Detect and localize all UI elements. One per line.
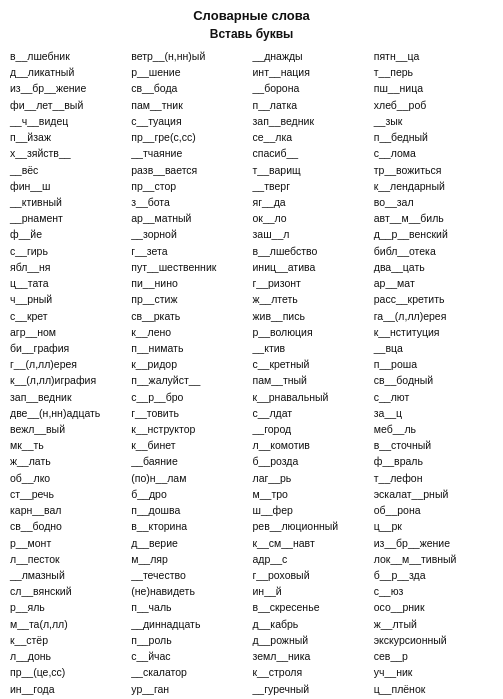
list-item: с__йчас <box>131 649 250 664</box>
list-item: пам__тный <box>253 373 372 388</box>
list-item: м__та(л,лл) <box>10 617 129 632</box>
list-item: ветр__(н,нн)ый <box>131 49 250 64</box>
list-item: в__сточный <box>374 438 493 453</box>
list-item: п__латка <box>253 98 372 113</box>
list-item: ж__лтый <box>374 617 493 632</box>
list-item: рев__люционный <box>253 519 372 534</box>
list-item: д__ликатный <box>10 65 129 80</box>
list-item: п__роша <box>374 357 493 372</box>
list-item: к__лено <box>131 325 250 340</box>
list-item: п__йзаж <box>10 130 129 145</box>
list-item: жив__пись <box>253 309 372 324</box>
list-item: г__роховый <box>253 568 372 583</box>
list-item: __лмазный <box>10 568 129 583</box>
list-item: би__графия <box>10 341 129 356</box>
list-item: __ктив <box>253 341 372 356</box>
list-item: __диннадцать <box>131 617 250 632</box>
list-item: эскалат__рный <box>374 487 493 502</box>
list-item: п__жалуйст__ <box>131 373 250 388</box>
list-item: св__бодно <box>10 519 129 534</box>
list-item: пятн__ца <box>374 49 493 64</box>
list-item: п__нимать <box>131 341 250 356</box>
list-item: уч__ник <box>374 665 493 680</box>
list-item: с__кретный <box>253 357 372 372</box>
list-item: с__крет <box>10 309 129 324</box>
list-item: (не)навидеть <box>131 584 250 599</box>
list-item: пам__тник <box>131 98 250 113</box>
list-item: за__ц <box>374 406 493 421</box>
list-item: вежл__вый <box>10 422 129 437</box>
list-item: __борона <box>253 81 372 96</box>
list-item: карн__вал <box>10 503 129 518</box>
list-item: п__бедный <box>374 130 493 145</box>
list-item: с__р__бро <box>131 390 250 405</box>
list-item: р__монт <box>10 536 129 551</box>
list-item: в__кторина <box>131 519 250 534</box>
list-item: л__песток <box>10 552 129 567</box>
list-item: с__лют <box>374 390 493 405</box>
list-item: зап__ведник <box>10 390 129 405</box>
list-item: __тверг <box>253 179 372 194</box>
list-item: зап__ведник <box>253 114 372 129</box>
list-item: т__перь <box>374 65 493 80</box>
list-item: в__скресенье <box>253 600 372 615</box>
list-item: ок__ло <box>253 211 372 226</box>
list-item: адр__с <box>253 552 372 567</box>
list-item: ин__й <box>253 584 372 599</box>
column-4: пятн__цат__перьпш__ницахлеб__роб__зыкп__… <box>374 49 493 699</box>
list-item: х__зяйств__ <box>10 146 129 161</box>
list-item: спасиб__ <box>253 146 372 161</box>
list-item: р__яль <box>10 600 129 615</box>
list-item: разв__вается <box>131 163 250 178</box>
list-item: яг__да <box>253 195 372 210</box>
list-item: к__лендарный <box>374 179 493 194</box>
list-item: с__лома <box>374 146 493 161</box>
list-item: д__р__венский <box>374 227 493 242</box>
list-item: в__лшебство <box>253 244 372 259</box>
list-item: г__зета <box>131 244 250 259</box>
list-item: м__ляр <box>131 552 250 567</box>
list-item: __скалатор <box>131 665 250 680</box>
list-item: сл__вянский <box>10 584 129 599</box>
page-container: Словарные слова Вставь буквы в__лшебникд… <box>0 0 503 699</box>
list-item: св__бодный <box>374 373 493 388</box>
list-item: с__лдат <box>253 406 372 421</box>
list-item: ч__рный <box>10 292 129 307</box>
list-item: ц__рк <box>374 519 493 534</box>
list-item: з__бота <box>131 195 250 210</box>
list-item: __ч__видец <box>10 114 129 129</box>
list-item: тр__вожиться <box>374 163 493 178</box>
list-item: р__шение <box>131 65 250 80</box>
list-item: с__юз <box>374 584 493 599</box>
list-item: к__строля <box>253 665 372 680</box>
list-item: пр__(це,сс) <box>10 665 129 680</box>
list-item: п__дошва <box>131 503 250 518</box>
list-item: ар__мат <box>374 276 493 291</box>
list-item: (по)н__лам <box>131 471 250 486</box>
list-item: к__рнавальный <box>253 390 372 405</box>
list-item: ф__йе <box>10 227 129 242</box>
list-item: __зорной <box>131 227 250 242</box>
list-item: пи__нино <box>131 276 250 291</box>
list-item: п__чаль <box>131 600 250 615</box>
list-item: из__бр__жение <box>374 536 493 551</box>
list-item: об__лко <box>10 471 129 486</box>
list-item: с__туация <box>131 114 250 129</box>
list-item: б__дро <box>131 487 250 502</box>
list-item: фин__ш <box>10 179 129 194</box>
list-item: заш__л <box>253 227 372 242</box>
list-item: ж__лать <box>10 454 129 469</box>
list-item: д__рожный <box>253 633 372 648</box>
list-item: __гуречный <box>253 682 372 697</box>
list-item: л__донь <box>10 649 129 664</box>
list-item: ст__речь <box>10 487 129 502</box>
list-item: лок__м__тивный <box>374 552 493 567</box>
list-item: ц__тата <box>10 276 129 291</box>
list-item: пут__шественник <box>131 260 250 275</box>
list-item: инт__нация <box>253 65 372 80</box>
list-item: пш__ница <box>374 81 493 96</box>
list-item: __баяние <box>131 454 250 469</box>
list-item: к__нструктор <box>131 422 250 437</box>
list-item: с__гирь <box>10 244 129 259</box>
list-item: лаг__рь <box>253 471 372 486</box>
